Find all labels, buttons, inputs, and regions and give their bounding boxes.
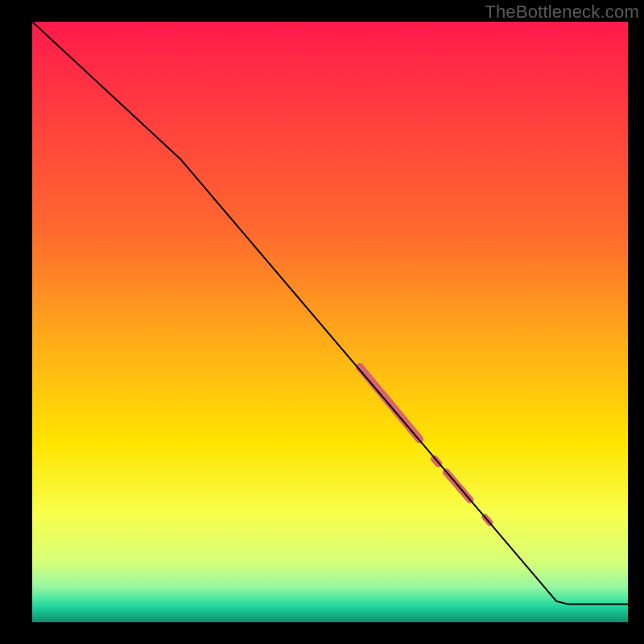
gradient-background (32, 22, 628, 622)
chart-root: TheBottleneck.com (0, 0, 644, 644)
chart-svg (0, 0, 644, 644)
watermark-label: TheBottleneck.com (485, 2, 639, 23)
